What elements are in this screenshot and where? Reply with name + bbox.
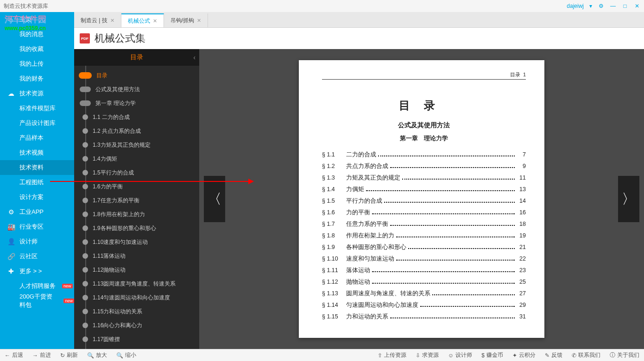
about-button[interactable]: ⓘ关于我们 (605, 351, 644, 359)
coin-button[interactable]: $赚金币 (477, 351, 508, 359)
toc-collapse-icon[interactable]: ‹ (193, 54, 196, 61)
upload-icon: ⇧ (378, 352, 382, 359)
sidebar-item-2[interactable]: 我的收藏 (0, 42, 74, 56)
sidebar-item-label: 工业APP (19, 208, 44, 216)
sidebar-item-1[interactable]: 我的消息 (0, 27, 74, 42)
toc-item-9[interactable]: 1.7任意力系的平衡 (74, 193, 199, 207)
toc-item-label: 1.2 共点力系的合成 (93, 127, 141, 135)
plus-icon: ✚ (7, 268, 15, 275)
sidebar-item-8[interactable]: 产品样本 (0, 131, 74, 145)
zoomout-button[interactable]: 🔍缩小 (112, 351, 141, 359)
tab-close-icon[interactable]: ✕ (110, 18, 114, 24)
sidebar-item-label: 更多 > > (19, 267, 42, 275)
toc-item-4[interactable]: 1.2 共点力系的合成 (74, 124, 199, 138)
forward-button[interactable]: →前进 (28, 351, 56, 359)
sidebar-item-0[interactable]: ⌂主页 (0, 12, 74, 27)
tab-0[interactable]: 制造云 | 技✕ (74, 13, 121, 27)
tabbar: 制造云 | 技✕机械公式✕吊钩/抓钩✕ (0, 12, 644, 28)
tab-1[interactable]: 机械公式✕ (121, 13, 164, 27)
refresh-button[interactable]: ↻刷新 (56, 351, 82, 359)
username[interactable]: dajeiwj (567, 3, 584, 9)
toc-item-16[interactable]: 1.14匀速圆周运动和向心加速度 (74, 291, 199, 305)
points-button[interactable]: ✦云积分 (508, 351, 540, 359)
prev-page-button[interactable]: 〈 (204, 176, 225, 222)
toc-item-15[interactable]: 1.13圆周速度与角速度、转速关系 (74, 277, 199, 291)
sidebar-item-10[interactable]: 技术资料 (0, 160, 74, 175)
sidebar-item-5[interactable]: ☁技术资源 (0, 86, 74, 101)
close-button[interactable]: ✕ (634, 3, 640, 9)
toc-item-13[interactable]: 1.11落体运动 (74, 249, 199, 263)
toc-item-11[interactable]: 1.9各种圆形的重心和形心 (74, 221, 199, 235)
upload-button[interactable]: ⇧上传资源 (373, 351, 411, 359)
toc-item-10[interactable]: 1.8作用在桁架上的力 (74, 207, 199, 221)
toc-item-8[interactable]: 1.6力的平衡 (74, 180, 199, 193)
zoomin-button[interactable]: 🔍放大 (82, 351, 112, 359)
sidebar-item-label: 产品设计图库 (19, 119, 56, 127)
toc-dot-icon (80, 87, 91, 92)
points-icon: ✦ (512, 352, 517, 359)
sidebar-item-11[interactable]: 工程图纸 (0, 175, 74, 190)
sidebar-item-label: 我的收藏 (19, 45, 44, 53)
page-toc-line: § 1.11落体运动23 (322, 267, 526, 274)
toc-dot-icon (82, 253, 88, 259)
toc-dot-icon (82, 281, 88, 286)
toc-item-12[interactable]: 1.10速度和匀加速运动 (74, 235, 199, 249)
toc-item-label: 1.11落体运动 (93, 252, 126, 260)
home-icon: ⌂ (7, 16, 15, 23)
toc-dot-icon (82, 212, 88, 217)
feedback-button[interactable]: ✎反馈 (540, 351, 567, 359)
user-icon: 👤 (7, 238, 15, 245)
page-toc-line: § 1.3力矩及其正负的规定11 (322, 174, 526, 182)
toc-item-6[interactable]: 1.4力偶矩 (74, 152, 199, 166)
contact-button[interactable]: ✆联系我们 (567, 351, 605, 359)
toc-dot-icon (82, 114, 88, 120)
next-page-button[interactable]: 〉 (618, 176, 639, 222)
sidebar-item-label: 我的财务 (19, 75, 44, 83)
sidebar-item-label: 我的消息 (19, 30, 44, 38)
tab-2[interactable]: 吊钩/抓钩✕ (164, 13, 208, 27)
sidebar-item-14[interactable]: 🏭行业专区 (0, 219, 74, 234)
toc-item-1[interactable]: 公式及其使用方法 (74, 82, 199, 96)
sidebar-item-12[interactable]: 设计方案 (0, 190, 74, 205)
maximize-button[interactable]: □ (622, 3, 628, 9)
sidebar-item-19[interactable]: 200G干货资料包new (0, 293, 74, 308)
back-button[interactable]: ←后退 (0, 351, 28, 359)
page-toc-line: § 1.7任意力系的平衡18 (322, 220, 526, 228)
document-title: 机械公式集 (95, 31, 145, 45)
designer-button[interactable]: ☺设计师 (443, 351, 477, 359)
toc-item-0[interactable]: 目录 (74, 68, 199, 82)
sidebar-item-3[interactable]: 我的上传 (0, 56, 74, 71)
sidebar-item-18[interactable]: 人才招聘服务new (0, 279, 74, 293)
toc-item-17[interactable]: 1.15力和运动的关系 (74, 305, 199, 318)
tab-close-icon[interactable]: ✕ (197, 18, 201, 24)
sidebar-item-label: 设计师 (19, 237, 38, 246)
sidebar-item-label: 我的上传 (19, 60, 44, 68)
user-dropdown-icon[interactable]: ▾ (589, 3, 592, 9)
toc-item-19[interactable]: 1.17圆锥摆 (74, 332, 199, 346)
minimize-button[interactable]: — (610, 3, 616, 9)
sidebar-item-7[interactable]: 产品设计图库 (0, 116, 74, 131)
sidebar-item-17[interactable]: ✚更多 > > (0, 264, 74, 279)
toc-body[interactable]: 目录公式及其使用方法第一章 理论力学1.1 二力的合成1.2 共点力系的合成1.… (74, 66, 199, 349)
sidebar-item-15[interactable]: 👤设计师 (0, 234, 74, 249)
zoomout-icon: 🔍 (116, 352, 123, 359)
designer-icon: ☺ (448, 352, 454, 359)
settings-icon[interactable]: ⚙ (598, 3, 604, 9)
toc-dot-icon (82, 128, 88, 134)
toc-dot-icon (82, 295, 88, 300)
toc-item-label: 1.16向心力和离心力 (93, 322, 142, 330)
sidebar-item-16[interactable]: 🔗云社区 (0, 249, 74, 264)
toc-item-3[interactable]: 1.1 二力的合成 (74, 110, 199, 124)
sidebar-item-9[interactable]: 技术视频 (0, 145, 74, 160)
tab-close-icon[interactable]: ✕ (153, 18, 157, 24)
toc-item-2[interactable]: 第一章 理论力学 (74, 96, 199, 110)
toc-item-5[interactable]: 1.3力矩及其正负的规定 (74, 138, 199, 152)
toc-item-7[interactable]: 1.5平行力的合成 (74, 166, 199, 180)
toc-item-18[interactable]: 1.16向心力和离心力 (74, 318, 199, 332)
sidebar-item-13[interactable]: ⚙工业APP (0, 205, 74, 219)
sidebar-item-6[interactable]: 标准件模型库 (0, 101, 74, 116)
request-button[interactable]: ⇩求资源 (411, 351, 443, 359)
toc-item-14[interactable]: 1.12抛物运动 (74, 263, 199, 277)
sidebar-item-4[interactable]: 我的财务 (0, 71, 74, 86)
zoomin-icon: 🔍 (87, 352, 94, 359)
